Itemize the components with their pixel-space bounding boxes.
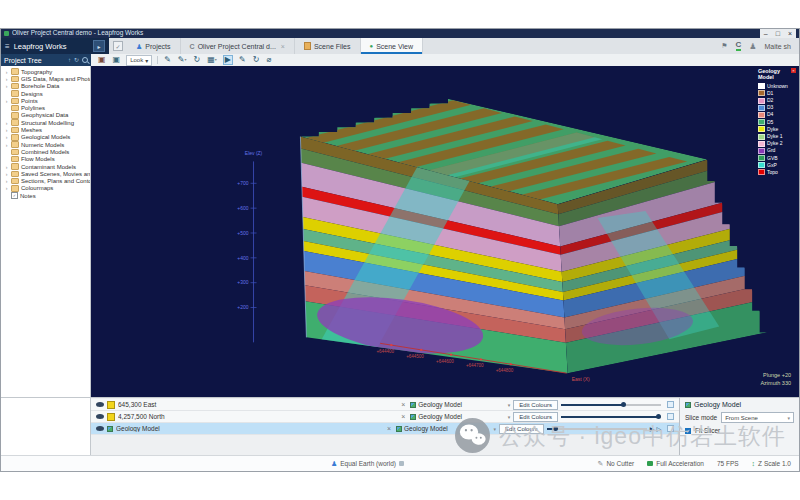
central-status-icon[interactable]: C [736,41,742,52]
acceleration-status[interactable]: Full Acceleration [647,460,704,467]
remove-icon[interactable]: × [399,413,407,420]
edit-colours-button[interactable]: Edit Colours [513,412,558,422]
model-select-value: Geology Model [404,425,448,432]
scene-3d-view[interactable]: Elev (Z)+700+600+500+400+300+200+644400+… [91,66,799,397]
folder-icon [11,119,19,126]
ruler-icon[interactable]: ⌀ [265,56,272,64]
collapse-tree-icon[interactable]: ↑ [68,57,71,63]
tree-item-gis-data-maps-and-photos[interactable]: ›GIS Data, Maps and Photos [1,75,90,82]
expand-arrow-icon[interactable]: › [4,185,9,191]
slider-handle[interactable] [621,402,626,407]
tree-item-topography[interactable]: ›Topography [1,68,90,75]
legend-close-icon[interactable]: × [791,68,796,73]
rotate-icon[interactable]: ↻ [252,56,261,64]
shape-row-645-300-east[interactable]: 645,300 East×Geology Model▾Edit Colours [91,399,679,411]
expand-arrow-icon[interactable]: › [4,76,9,82]
leapfrog-works-menu-button[interactable]: ≡ Leapfrog Works ▸ [1,38,109,54]
expand-arrow-icon[interactable]: › [4,120,9,126]
folder-icon [11,90,19,97]
tree-item-sections-plans-and-contours[interactable]: ›Sections, Plans and Contours [1,177,90,184]
slider-handle[interactable] [656,414,661,419]
tree-item-meshes[interactable]: ›Meshes [1,126,90,133]
draw-polyline-icon[interactable]: ✎▾ [177,56,188,64]
legend-row-d2: D2 [758,97,796,104]
tab-close-icon[interactable]: × [281,43,285,50]
legend-swatch [758,112,765,118]
model-select[interactable]: Geology Model▾ [410,401,510,408]
expand-arrow-icon[interactable]: › [4,142,9,148]
remove-icon[interactable]: × [399,401,407,408]
folder-icon [11,156,19,163]
remove-icon[interactable]: × [385,425,393,432]
tree-item-contaminant-models[interactable]: ›Contaminant Models [1,163,90,170]
expand-arrow-icon[interactable]: › [4,134,9,140]
tree-item-borehole-data[interactable]: ›Borehole Data [1,83,90,90]
maximize-button[interactable]: □ [776,30,780,37]
expand-arrow-icon[interactable]: › [4,69,9,75]
tree-item-colourmaps[interactable]: ›Colourmaps [1,185,90,192]
tree-item-geophysical-data[interactable]: Geophysical Data [1,112,90,119]
project-tree-header: Project Tree ↑ ↻ [1,54,91,66]
expand-arrow-icon[interactable]: › [4,178,9,184]
close-button[interactable]: × [788,30,792,37]
opacity-slider[interactable] [561,413,661,420]
tree-item-designs[interactable]: Designs [1,90,90,97]
tab-scene-view[interactable]: ●Scene View [361,38,423,54]
expand-arrow-icon[interactable]: › [4,164,9,170]
visibility-eye-icon[interactable] [96,426,104,431]
geology-model-canvas[interactable]: Elev (Z)+700+600+500+400+300+200+644400+… [91,66,799,397]
slicer-box-icon[interactable]: ▦▾ [206,56,218,64]
visibility-eye-icon[interactable] [96,402,104,407]
refresh-icon[interactable]: ↻ [193,56,202,64]
tree-item-flow-models[interactable]: Flow Models [1,156,90,163]
flag-icon[interactable]: ⚑ [721,42,727,50]
scene-camera2-icon[interactable]: ▣ [112,56,122,64]
legend-swatch [758,162,765,168]
expand-arrow-icon[interactable]: › [4,98,9,104]
minimize-button[interactable]: – [764,30,768,37]
expand-arrow-icon[interactable]: › [4,83,9,89]
expand-arrow-icon[interactable]: › [4,171,9,177]
scene-toggle-icon[interactable] [667,401,674,408]
tab-scene-files[interactable]: Scene Files [295,38,361,54]
tree-item-notes[interactable]: ✓Notes [1,192,90,199]
edit-colours-button[interactable]: Edit Colours [513,400,558,410]
projection-status[interactable]: ♟ Equal Earth (world) [331,460,404,468]
look-dropdown[interactable]: Look▾ [126,55,152,66]
checkbox-icon[interactable]: ✓ [11,192,18,199]
zscale-control[interactable]: ↕ Z Scale 1.0 [752,460,791,467]
draw-icon[interactable]: ✎ [238,56,247,64]
expand-arrow-icon[interactable]: ▸ [93,40,105,52]
opacity-slider[interactable] [561,401,661,408]
visibility-eye-icon[interactable] [96,414,104,419]
legend-label: GxP [767,163,777,168]
gpu-icon [647,461,653,466]
tree-item-geological-models[interactable]: ›Geological Models [1,134,90,141]
svg-text:+644400: +644400 [376,349,394,354]
tree-item-numeric-models[interactable]: ›Numeric Models [1,141,90,148]
tabs: ♟ProjectsCOliver Project Central d...×Sc… [127,38,423,54]
cutter-icon: ✎ [598,460,604,468]
refresh-tree-icon[interactable]: ↻ [74,57,79,63]
svg-text:+644800: +644800 [496,368,514,373]
expand-arrow-icon[interactable]: › [4,127,9,133]
tree-item-polylines[interactable]: Polylines [1,104,90,111]
tree-item-structural-modelling[interactable]: ›Structural Modelling [1,119,90,126]
tree-item-saved-scenes-movies-and-markers[interactable]: ›Saved Scenes, Movies and Markers [1,170,90,177]
shape-label: 4,257,500 North [118,413,396,420]
chevron-down-icon: ▾ [215,57,217,62]
search-icon[interactable] [82,57,88,63]
draw-slicer-icon[interactable]: ✎ [163,56,172,64]
scene-camera-icon[interactable]: ▣ [97,56,107,64]
user-button[interactable]: Maite sh [765,43,791,50]
tree-item-combined-models[interactable]: Combined Models [1,148,90,155]
tab-projects[interactable]: ♟Projects [127,38,181,54]
tab-list-icon[interactable]: ✓ [113,41,123,51]
camera-plunge: Plunge +20 [760,372,791,379]
scene-toggle-icon[interactable] [667,413,674,420]
tab-oliver-project-central-d[interactable]: COliver Project Central d...× [181,38,295,54]
tree-item-points[interactable]: ›Points [1,97,90,104]
select-tool-icon[interactable]: ▶ [223,55,233,65]
cutter-status[interactable]: ✎ No Cutter [598,460,635,468]
chevron-down-icon: ▾ [185,57,187,62]
